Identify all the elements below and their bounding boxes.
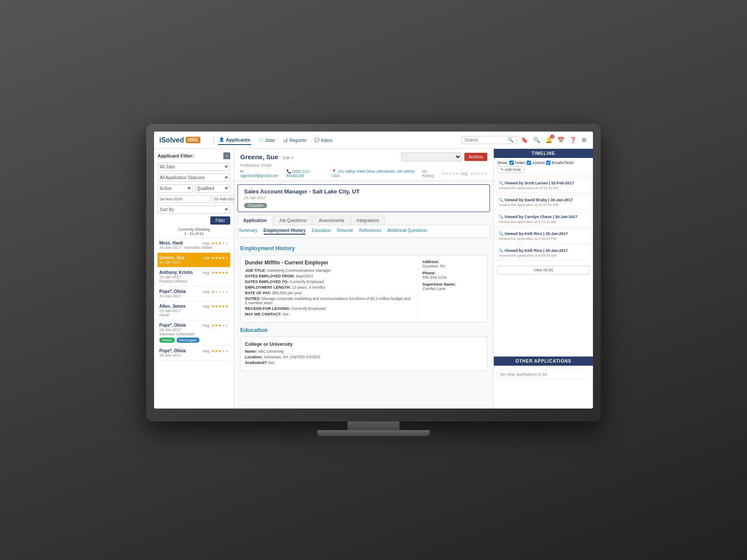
applicant-status: Interview Scheduled <box>159 332 229 336</box>
tab-integrations[interactable]: Integrations <box>351 216 385 225</box>
list-item[interactable]: Pope*, Olivia Avg: ★★★★★ 20-Jan-2017 <box>158 286 230 301</box>
currently-showing-label: Currently Showing <box>178 227 210 232</box>
employment-card: Dunder Mifflin - Current Employer JOB TI… <box>240 255 487 322</box>
edu-graduated-label: Graduated? <box>245 360 267 365</box>
subtab-education[interactable]: Education <box>312 228 331 235</box>
nav-item-applicants[interactable]: 👤 Applicants <box>218 135 251 145</box>
other-applications-section: OTHER APPLICATIONS No other applications… <box>494 357 593 409</box>
actions-label: Actions <box>532 161 545 165</box>
bookmark-icon[interactable]: 🔖 <box>520 136 529 144</box>
tab-job-questions[interactable]: Job Questions <box>273 216 312 225</box>
list-item[interactable]: Pope*, Olivia Avg: ★★★★★ 18-Jan-2017 Int… <box>158 320 230 346</box>
filter-button[interactable]: Filter <box>210 216 230 225</box>
notes-checkbox[interactable] <box>509 161 514 165</box>
list-item[interactable]: Anthony, Kristin Avg: ★★★★★ 24-Jan-2017 … <box>158 267 230 286</box>
applicant-date: 26-Jan-2017 · Manually Added <box>159 245 229 250</box>
navbar-nav: 👤 Applicants 📄 Jobs 📊 Reports 💬 <box>218 135 461 145</box>
messages-badge[interactable]: Messages <box>177 338 200 343</box>
action-select[interactable] <box>401 152 462 161</box>
stars: ★★★ <box>211 323 222 328</box>
list-item[interactable]: Allen, James Avg: ★★★★★ 19-Jan-2017 Hire… <box>158 301 230 320</box>
avg-label: Avg: ★★★★★ <box>203 241 229 245</box>
settings-icon[interactable]: ⚙ <box>581 136 588 144</box>
subtab-summary[interactable]: Summary <box>239 228 258 235</box>
date-from-input[interactable] <box>158 195 210 203</box>
timeline-entry-desc: Viewed this application at 8:21:21 AM. <box>499 220 588 224</box>
statuses-filter-select[interactable]: All Application Statuses <box>158 174 230 182</box>
dates-to-field: DATES EMPLOYED TO: Currently Employed <box>245 280 413 284</box>
notification-bell-icon[interactable]: 🔔 1 <box>544 136 553 144</box>
nav-applicants-label: Applicants <box>226 137 250 142</box>
email-link[interactable]: sgjsolved@gmail.com <box>240 174 278 178</box>
subtab-employment-history[interactable]: Employment History <box>264 228 306 235</box>
search-box[interactable]: 🔍 <box>461 136 517 144</box>
search-icon[interactable]: 🔍 <box>508 137 514 143</box>
date-range-row <box>158 195 230 203</box>
duties-label: DUTIES: <box>245 296 261 301</box>
show-label-group: Show: Notes Actions Emails/Texts <box>497 161 574 165</box>
list-item[interactable]: Mess, Hank Avg: ★★★★★ 26-Jan-2017 · Manu… <box>158 238 230 253</box>
list-item[interactable]: Pope*, Olivia Avg: ★★★★★ 16-Jan-2017 <box>158 346 230 360</box>
edit-button[interactable]: Edit ✏ <box>283 156 294 160</box>
stars-empty: ★★ <box>222 241 229 245</box>
applicant-date: 18-Jan-2017 <box>159 328 229 332</box>
stars: ★★★ <box>211 349 222 353</box>
my-rating-stars[interactable]: ★★★★★ <box>441 171 459 176</box>
date-to-input[interactable] <box>212 195 234 203</box>
sidebar: Applicant Filter: ‹ All Jobs All Applica… <box>154 149 234 409</box>
reason-field: REASON FOR LEAVING: Currently Employed <box>245 306 413 311</box>
phone-label: Phone: <box>422 271 436 275</box>
search-input[interactable] <box>464 138 508 142</box>
monitor-stand-base <box>317 430 430 436</box>
actions-button[interactable]: Actions <box>464 153 487 161</box>
monitor-bezel: iSolved HIRE 👤 Applicants 📄 Jobs <box>146 124 601 422</box>
preference-row: Preference: Email <box>240 163 487 167</box>
timeline-section: TIMELINE Show: Notes Actions Emails/Tex <box>494 149 593 357</box>
timeline-controls: Show: Notes Actions Emails/Texts ✎ Add N… <box>494 158 593 176</box>
emails-checkbox[interactable] <box>546 161 551 165</box>
showing-range: 1 - 61 of 61 <box>184 232 204 236</box>
subtab-resume[interactable]: Resume <box>337 228 353 235</box>
search-icon-nav[interactable]: 🔍 <box>532 136 541 144</box>
nav-item-jobs[interactable]: 📄 Jobs <box>257 136 276 145</box>
phone-number: 📞 (333) 111-5544(Cell) <box>287 169 328 178</box>
stars: ★★★★★ <box>211 270 229 275</box>
nav-inbox-label: Inbox <box>321 138 333 143</box>
help-icon[interactable]: ❓ <box>569 136 577 144</box>
show-label: Show: <box>497 161 508 165</box>
list-item[interactable]: Greene, Sue Avg: ★★★★★ 24-Jan-2017 <box>158 253 230 267</box>
nav-item-inbox[interactable]: 💬 Inbox <box>313 136 334 145</box>
stars-empty: ★★ <box>222 349 229 353</box>
nav-item-reports[interactable]: 📊 Reports <box>282 136 307 145</box>
calendar-icon[interactable]: 📅 <box>557 136 565 144</box>
avg-stars: ★★★★★ <box>470 171 487 176</box>
brand: iSolved HIRE <box>159 136 200 144</box>
notes-label: Notes <box>515 161 525 165</box>
applicant-date: 20-Jan-2017 <box>159 294 229 298</box>
jobs-icon: 📄 <box>258 138 263 142</box>
active-filter-select[interactable]: Active <box>158 184 193 193</box>
notes-badge[interactable]: Notes <box>159 338 175 343</box>
applicant-name: Allen, James <box>159 304 186 309</box>
sidebar-collapse-button[interactable]: ‹ <box>223 152 230 159</box>
dates-from-value: May/2003 <box>296 274 313 278</box>
qualified-filter-select[interactable]: Qualified <box>195 184 230 193</box>
subtab-references[interactable]: References <box>359 228 381 235</box>
subtab-additional-questions[interactable]: Additional Questions <box>387 228 427 235</box>
timeline-entry-title: 🔍 Viewed by Kelli Rico | 25-Jan-2017 <box>499 232 588 236</box>
add-note-button[interactable]: ✎ Add Note <box>497 166 524 173</box>
view-all-button[interactable]: View All (6) <box>497 266 589 274</box>
applicant-date: 19-Jan-2017 <box>159 309 229 313</box>
inbox-icon: 💬 <box>314 138 319 142</box>
jobs-filter-select[interactable]: All Jobs <box>158 163 230 171</box>
brand-product: HIRE <box>186 137 200 143</box>
applicant-name: Pope*, Olivia <box>159 323 186 328</box>
education-section-title: Education <box>240 327 487 333</box>
sortby-filter-select[interactable]: Sort By <box>158 206 230 214</box>
tab-application[interactable]: Application <box>238 216 272 225</box>
job-title-value: Marketing Communications Manager <box>267 268 331 273</box>
actions-checkbox[interactable] <box>527 161 531 165</box>
other-applications-header: OTHER APPLICATIONS <box>494 357 593 366</box>
reason-value: Currently Employed <box>291 306 325 311</box>
tab-assessments[interactable]: Assessments <box>313 216 350 225</box>
